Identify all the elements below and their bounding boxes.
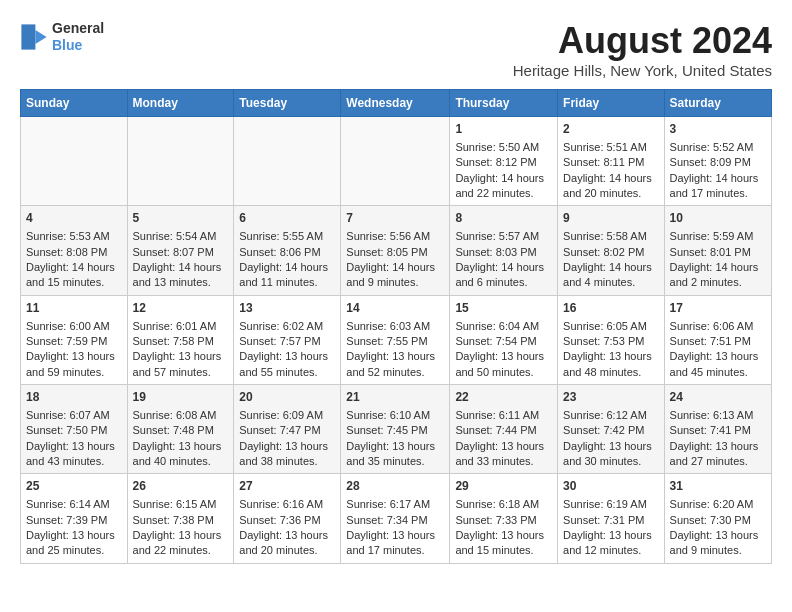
day-info: Sunrise: 6:17 AM <box>346 497 444 512</box>
day-info: Daylight: 13 hours and 43 minutes. <box>26 439 122 470</box>
svg-marker-1 <box>35 30 46 44</box>
day-info: Sunset: 8:07 PM <box>133 245 229 260</box>
calendar-week-4: 18Sunrise: 6:07 AMSunset: 7:50 PMDayligh… <box>21 385 772 474</box>
day-info: Sunrise: 6:05 AM <box>563 319 658 334</box>
calendar-cell: 31Sunrise: 6:20 AMSunset: 7:30 PMDayligh… <box>664 474 771 563</box>
day-number: 2 <box>563 121 658 138</box>
calendar-week-5: 25Sunrise: 6:14 AMSunset: 7:39 PMDayligh… <box>21 474 772 563</box>
calendar-cell: 28Sunrise: 6:17 AMSunset: 7:34 PMDayligh… <box>341 474 450 563</box>
day-info: Daylight: 13 hours and 22 minutes. <box>133 528 229 559</box>
day-info: Sunset: 7:55 PM <box>346 334 444 349</box>
calendar-cell <box>21 117 128 206</box>
day-info: Daylight: 13 hours and 15 minutes. <box>455 528 552 559</box>
day-info: Sunrise: 5:58 AM <box>563 229 658 244</box>
day-info: Sunrise: 5:53 AM <box>26 229 122 244</box>
day-info: Sunset: 8:12 PM <box>455 155 552 170</box>
day-info: Sunrise: 5:56 AM <box>346 229 444 244</box>
logo-line2: Blue <box>52 37 104 54</box>
calendar-cell: 25Sunrise: 6:14 AMSunset: 7:39 PMDayligh… <box>21 474 128 563</box>
calendar-cell: 30Sunrise: 6:19 AMSunset: 7:31 PMDayligh… <box>558 474 664 563</box>
day-info: Sunrise: 5:59 AM <box>670 229 766 244</box>
day-info: Daylight: 13 hours and 33 minutes. <box>455 439 552 470</box>
day-info: Sunrise: 6:09 AM <box>239 408 335 423</box>
day-info: Sunset: 7:53 PM <box>563 334 658 349</box>
day-info: Sunrise: 6:07 AM <box>26 408 122 423</box>
day-info: Daylight: 13 hours and 35 minutes. <box>346 439 444 470</box>
day-info: Sunset: 8:11 PM <box>563 155 658 170</box>
day-info: Daylight: 13 hours and 20 minutes. <box>239 528 335 559</box>
day-number: 20 <box>239 389 335 406</box>
calendar-cell: 1Sunrise: 5:50 AMSunset: 8:12 PMDaylight… <box>450 117 558 206</box>
day-info: Daylight: 14 hours and 6 minutes. <box>455 260 552 291</box>
day-info: Sunrise: 5:51 AM <box>563 140 658 155</box>
logo-icon <box>20 23 48 51</box>
calendar-cell: 4Sunrise: 5:53 AMSunset: 8:08 PMDaylight… <box>21 206 128 295</box>
day-info: Daylight: 13 hours and 30 minutes. <box>563 439 658 470</box>
col-friday: Friday <box>558 90 664 117</box>
day-info: Sunset: 8:09 PM <box>670 155 766 170</box>
day-info: Sunrise: 6:20 AM <box>670 497 766 512</box>
day-info: Sunrise: 5:52 AM <box>670 140 766 155</box>
calendar-cell: 8Sunrise: 5:57 AMSunset: 8:03 PMDaylight… <box>450 206 558 295</box>
day-info: Sunset: 7:50 PM <box>26 423 122 438</box>
calendar-cell: 24Sunrise: 6:13 AMSunset: 7:41 PMDayligh… <box>664 385 771 474</box>
day-info: Sunset: 8:08 PM <box>26 245 122 260</box>
day-info: Sunset: 7:51 PM <box>670 334 766 349</box>
col-saturday: Saturday <box>664 90 771 117</box>
calendar-cell: 14Sunrise: 6:03 AMSunset: 7:55 PMDayligh… <box>341 295 450 384</box>
calendar-cell: 27Sunrise: 6:16 AMSunset: 7:36 PMDayligh… <box>234 474 341 563</box>
day-number: 24 <box>670 389 766 406</box>
calendar-cell: 3Sunrise: 5:52 AMSunset: 8:09 PMDaylight… <box>664 117 771 206</box>
day-info: Sunset: 8:05 PM <box>346 245 444 260</box>
day-number: 19 <box>133 389 229 406</box>
day-info: Sunset: 7:39 PM <box>26 513 122 528</box>
day-info: Daylight: 13 hours and 48 minutes. <box>563 349 658 380</box>
calendar-cell: 22Sunrise: 6:11 AMSunset: 7:44 PMDayligh… <box>450 385 558 474</box>
day-number: 1 <box>455 121 552 138</box>
day-number: 10 <box>670 210 766 227</box>
calendar-cell: 21Sunrise: 6:10 AMSunset: 7:45 PMDayligh… <box>341 385 450 474</box>
day-number: 28 <box>346 478 444 495</box>
day-info: Daylight: 14 hours and 13 minutes. <box>133 260 229 291</box>
calendar-cell: 15Sunrise: 6:04 AMSunset: 7:54 PMDayligh… <box>450 295 558 384</box>
day-info: Daylight: 14 hours and 11 minutes. <box>239 260 335 291</box>
day-info: Daylight: 13 hours and 55 minutes. <box>239 349 335 380</box>
day-info: Sunset: 7:47 PM <box>239 423 335 438</box>
calendar-cell: 10Sunrise: 5:59 AMSunset: 8:01 PMDayligh… <box>664 206 771 295</box>
day-info: Sunrise: 6:06 AM <box>670 319 766 334</box>
day-info: Sunrise: 6:13 AM <box>670 408 766 423</box>
header: General Blue August 2024 Heritage Hills,… <box>20 20 772 79</box>
calendar-cell: 9Sunrise: 5:58 AMSunset: 8:02 PMDaylight… <box>558 206 664 295</box>
day-info: Daylight: 14 hours and 20 minutes. <box>563 171 658 202</box>
calendar-body: 1Sunrise: 5:50 AMSunset: 8:12 PMDaylight… <box>21 117 772 564</box>
day-info: Sunset: 8:02 PM <box>563 245 658 260</box>
title-area: August 2024 Heritage Hills, New York, Un… <box>513 20 772 79</box>
calendar-cell: 19Sunrise: 6:08 AMSunset: 7:48 PMDayligh… <box>127 385 234 474</box>
day-number: 11 <box>26 300 122 317</box>
day-info: Sunset: 7:45 PM <box>346 423 444 438</box>
main-title: August 2024 <box>513 20 772 62</box>
calendar-week-2: 4Sunrise: 5:53 AMSunset: 8:08 PMDaylight… <box>21 206 772 295</box>
day-info: Sunrise: 5:54 AM <box>133 229 229 244</box>
day-number: 26 <box>133 478 229 495</box>
day-info: Sunset: 7:48 PM <box>133 423 229 438</box>
day-info: Daylight: 13 hours and 12 minutes. <box>563 528 658 559</box>
day-number: 3 <box>670 121 766 138</box>
calendar-cell <box>341 117 450 206</box>
day-info: Daylight: 14 hours and 15 minutes. <box>26 260 122 291</box>
col-wednesday: Wednesday <box>341 90 450 117</box>
calendar-cell <box>234 117 341 206</box>
day-info: Sunset: 8:06 PM <box>239 245 335 260</box>
calendar-cell: 26Sunrise: 6:15 AMSunset: 7:38 PMDayligh… <box>127 474 234 563</box>
day-info: Daylight: 13 hours and 57 minutes. <box>133 349 229 380</box>
day-info: Daylight: 13 hours and 59 minutes. <box>26 349 122 380</box>
day-info: Sunrise: 6:11 AM <box>455 408 552 423</box>
logo: General Blue <box>20 20 104 54</box>
day-number: 14 <box>346 300 444 317</box>
day-info: Daylight: 14 hours and 17 minutes. <box>670 171 766 202</box>
day-number: 17 <box>670 300 766 317</box>
day-info: Sunrise: 5:57 AM <box>455 229 552 244</box>
col-sunday: Sunday <box>21 90 128 117</box>
day-info: Sunrise: 6:00 AM <box>26 319 122 334</box>
calendar-cell: 20Sunrise: 6:09 AMSunset: 7:47 PMDayligh… <box>234 385 341 474</box>
